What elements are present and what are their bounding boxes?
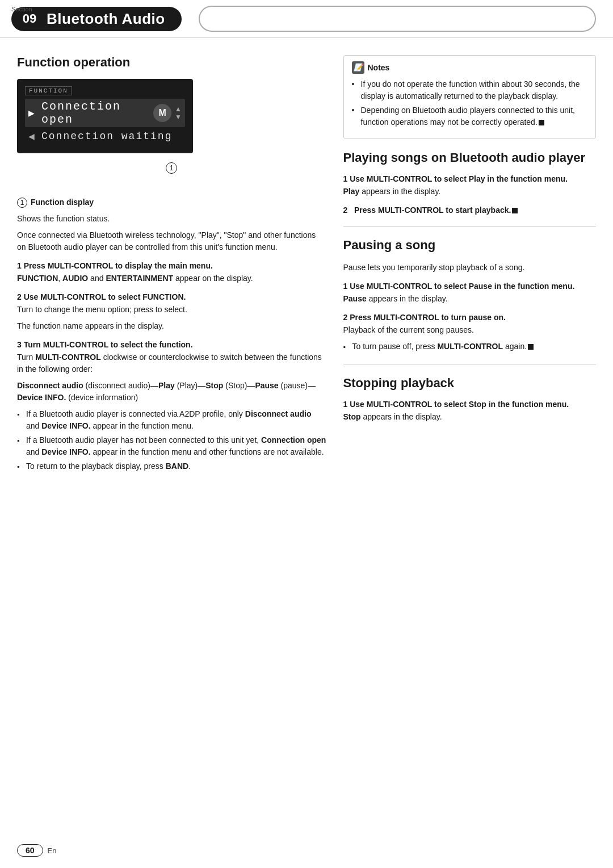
step1-bold-words: FUNCTION bbox=[17, 274, 58, 283]
playing-step1-heading: 1 Use MULTI-CONTROL to select Play in th… bbox=[343, 174, 597, 183]
step3-heading: 3 Turn MULTI-CONTROL to select the funct… bbox=[17, 340, 326, 349]
pausing-step2-heading: 2 Press MULTI-CONTROL to turn pause on. bbox=[343, 313, 597, 322]
end-box-pause bbox=[528, 344, 534, 350]
screen-wrapper: FUNCTION ▶ Connection open M ▲ ▼ ◀ Conne… bbox=[17, 79, 326, 174]
step3-bullets: If a Bluetooth audio player is connected… bbox=[17, 408, 326, 472]
note-2: Depending on Bluetooth audio players con… bbox=[352, 104, 588, 128]
function-operation-heading: Function operation bbox=[17, 55, 326, 70]
playing-step1-detail: Play appears in the display. bbox=[343, 186, 597, 198]
screen-icon-m: M bbox=[153, 104, 171, 122]
page-header: 09 Bluetooth Audio bbox=[0, 0, 613, 38]
stopping-heading: Stopping playback bbox=[343, 376, 597, 391]
callout-desc: 1 Function display bbox=[17, 196, 326, 208]
pausing-step2-detail: Playback of the current song pauses. bbox=[343, 324, 597, 336]
section-title: Bluetooth Audio bbox=[47, 10, 165, 28]
notes-box: 📝 Notes If you do not operate the functi… bbox=[343, 55, 597, 139]
pausing-bullet-1: To turn pause off, press MULTI-CONTROL a… bbox=[343, 341, 597, 353]
end-box-play bbox=[512, 208, 518, 213]
stopping-step1-detail: Stop appears in the display. bbox=[343, 411, 597, 423]
header-right-box bbox=[199, 6, 596, 32]
step2-heading: 2 Use MULTI-CONTROL to select FUNCTION. bbox=[17, 292, 326, 301]
step3-detail1: Turn MULTI-CONTROL clockwise or counterc… bbox=[17, 351, 326, 375]
note-1: If you do not operate the function withi… bbox=[352, 78, 588, 102]
step1-bold-audio: AUDIO bbox=[62, 274, 88, 283]
step3-detail2: Disconnect audio (disconnect audio)—Play… bbox=[17, 380, 326, 404]
pausing-bullets: To turn pause off, press MULTI-CONTROL a… bbox=[343, 341, 597, 353]
intro-text: Once connected via Bluetooth wireless te… bbox=[17, 229, 326, 253]
screen-nav-arrows: ▲ ▼ bbox=[175, 106, 182, 120]
step1-detail: FUNCTION, AUDIO and ENTERTAINMENT appear… bbox=[17, 272, 326, 284]
bullet-item-3: To return to the playback display, press… bbox=[17, 460, 326, 472]
end-box-notes bbox=[539, 120, 544, 125]
right-column: 📝 Notes If you do not operate the functi… bbox=[343, 55, 597, 477]
screen-mockup: FUNCTION ▶ Connection open M ▲ ▼ ◀ Conne… bbox=[17, 79, 193, 153]
screen-row-2: ◀ Connection waiting bbox=[25, 129, 185, 143]
callout-desc-bold: Function display bbox=[31, 198, 94, 207]
bullet-item-1: If a Bluetooth audio player is connected… bbox=[17, 408, 326, 432]
page-language: En bbox=[48, 846, 57, 855]
callout-desc-text: Shows the function status. bbox=[17, 213, 326, 225]
notes-icon: 📝 bbox=[352, 61, 364, 74]
left-column: Function operation FUNCTION ▶ Connection… bbox=[17, 55, 326, 477]
playing-songs-heading: Playing songs on Bluetooth audio player bbox=[343, 150, 597, 165]
step1-bold-entertainment: ENTERTAINMENT bbox=[106, 274, 173, 283]
pausing-step1-heading: 1 Use MULTI-CONTROL to select Pause in t… bbox=[343, 282, 597, 291]
step2-detail1: Turn to change the menu option; press to… bbox=[17, 304, 326, 316]
divider-1 bbox=[343, 226, 597, 227]
callout-number: 1 bbox=[166, 162, 177, 174]
screen-text-row1: Connection open bbox=[41, 100, 149, 126]
page-footer: 60 En bbox=[17, 844, 56, 857]
callout-circle: 1 bbox=[17, 198, 27, 208]
notes-list: If you do not operate the function withi… bbox=[352, 78, 588, 128]
bullet-item-2: If a Bluetooth audio player has not been… bbox=[17, 434, 326, 458]
notes-header: 📝 Notes bbox=[352, 61, 588, 74]
step1-heading: 1 Press MULTI-CONTROL to display the mai… bbox=[17, 261, 326, 270]
step2-detail2: The function name appears in the display… bbox=[17, 320, 326, 332]
pausing-step1-detail: Pause appears in the display. bbox=[343, 293, 597, 305]
main-content: Function operation FUNCTION ▶ Connection… bbox=[0, 38, 613, 494]
notes-title: Notes bbox=[368, 63, 390, 72]
section-number: 09 bbox=[18, 11, 41, 26]
stopping-step1-heading: 1 Use MULTI-CONTROL to select Stop in th… bbox=[343, 400, 597, 409]
screen-label: FUNCTION bbox=[25, 86, 72, 95]
section-badge: 09 Bluetooth Audio bbox=[11, 7, 182, 31]
divider-2 bbox=[343, 364, 597, 364]
pausing-heading: Pausing a song bbox=[343, 238, 597, 253]
screen-text-row2: Connection waiting bbox=[41, 131, 182, 142]
page-number: 60 bbox=[17, 844, 43, 857]
screen-row-1: ▶ Connection open M ▲ ▼ bbox=[25, 99, 185, 127]
playing-step2-heading: 2 Press MULTI-CONTROL to start playback. bbox=[343, 206, 597, 215]
section-label: Section bbox=[11, 6, 32, 12]
pausing-intro: Pause lets you temporarily stop playback… bbox=[343, 262, 597, 274]
